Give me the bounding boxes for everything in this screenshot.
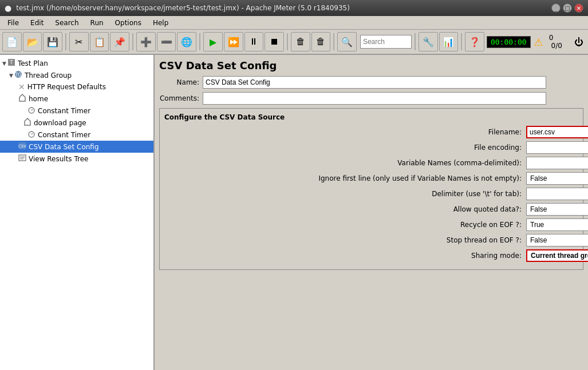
http-defaults-label: HTTP Request Defaults <box>27 83 106 91</box>
file-encoding-row: File encoding: <box>164 141 578 154</box>
close-button[interactable]: ✕ <box>574 3 583 13</box>
save-button[interactable]: 💾 <box>43 32 62 51</box>
window-title: test.jmx (/home/observer.hany/workspace/… <box>16 4 547 12</box>
stop-thread-row: Stop thread on EOF ?: False True <box>164 234 578 246</box>
collapse-button[interactable]: ➖ <box>157 32 176 51</box>
allow-quoted-label: Allow quoted data?: <box>164 205 525 213</box>
filename-row: Filename: Browse... <box>164 126 578 138</box>
separator-6 <box>415 33 416 50</box>
tree-item-test-plan[interactable]: ▼ T Test Plan <box>0 57 153 69</box>
separator-4 <box>287 33 288 50</box>
recycle-eof-select[interactable]: True False <box>526 218 588 231</box>
run-button[interactable]: ▶ <box>203 32 223 51</box>
thread-group-icon: TG <box>14 70 22 80</box>
new-button[interactable]: 📄 <box>2 32 22 51</box>
ignore-first-line-select[interactable]: False True <box>526 172 588 185</box>
tree-item-http-defaults[interactable]: ✕ HTTP Request Defaults <box>0 81 153 93</box>
filename-label: Filename: <box>164 128 525 136</box>
constant-timer-1-label: Constant Timer <box>38 107 90 115</box>
menu-file[interactable]: File <box>2 17 24 29</box>
menu-search[interactable]: Search <box>50 17 84 29</box>
comments-row: Comments: <box>159 92 583 105</box>
stop-thread-select[interactable]: False True <box>526 234 588 246</box>
clear-button[interactable]: 🗑 <box>291 32 310 51</box>
search-input[interactable] <box>363 38 409 46</box>
home-icon <box>18 94 26 104</box>
tree-item-download-page[interactable]: ▼ download page <box>0 117 153 129</box>
variable-names-input[interactable] <box>526 157 588 169</box>
help-button[interactable]: ❓ <box>465 32 484 51</box>
templates-button[interactable]: 📊 <box>439 32 459 51</box>
expand-icon[interactable]: ▼ <box>9 73 13 78</box>
delimiter-row: Delimiter (use '\t' for tab): <box>164 188 578 200</box>
file-encoding-label: File encoding: <box>164 144 525 152</box>
menu-help[interactable]: Help <box>148 17 173 29</box>
open-button[interactable]: 📂 <box>23 32 42 51</box>
minimize-button[interactable]: _ <box>551 3 561 13</box>
search-tree-button[interactable]: 🔍 <box>337 32 357 51</box>
tree-item-csv-data-set[interactable]: CSV CSV Data Set Config <box>0 141 153 153</box>
name-row: Name: <box>159 76 583 89</box>
stop-button[interactable]: ⏸ <box>244 32 264 51</box>
comments-input[interactable] <box>203 92 546 105</box>
home-label: home <box>29 95 48 103</box>
app-icon: ● <box>5 3 11 13</box>
delimiter-label: Delimiter (use '\t' for tab): <box>164 190 525 198</box>
tree-item-constant-timer-1[interactable]: Constant Timer <box>0 105 153 117</box>
warning-icon: ⚠ <box>534 36 543 48</box>
svg-text:T: T <box>9 59 13 65</box>
copy-button[interactable]: 📋 <box>90 32 109 51</box>
sharing-mode-label: Sharing mode: <box>164 252 525 260</box>
allow-quoted-select[interactable]: False True <box>526 203 588 216</box>
svg-text:CSV: CSV <box>18 144 26 149</box>
ignore-first-line-row: Ignore first line (only used if Variable… <box>164 172 578 185</box>
separator-2 <box>132 33 133 50</box>
recycle-eof-row: Recycle on EOF ?: True False <box>164 218 578 231</box>
svg-text:TG: TG <box>14 73 21 78</box>
expand-icon[interactable]: ▼ <box>2 61 6 66</box>
separator-3 <box>199 33 200 50</box>
sharing-mode-row: Sharing mode: Current thread group All t… <box>164 249 578 262</box>
recycle-eof-label: Recycle on EOF ?: <box>164 221 525 229</box>
cut-button[interactable]: ✂ <box>69 32 89 51</box>
expand-button[interactable]: ➕ <box>136 32 156 51</box>
tree-item-thread-group[interactable]: ▼ TG Thread Group <box>0 69 153 81</box>
tree-item-view-results[interactable]: View Results Tree <box>0 153 153 165</box>
sharing-mode-select[interactable]: Current thread group All threads Current… <box>526 249 588 262</box>
file-encoding-select[interactable] <box>526 141 588 154</box>
tree-item-constant-timer-2[interactable]: Constant Timer <box>0 129 153 141</box>
thread-group-label: Thread Group <box>25 71 72 79</box>
function-helper-button[interactable]: 🔧 <box>419 32 438 51</box>
view-results-label: View Results Tree <box>29 155 88 163</box>
http-defaults-icon: ✕ <box>18 82 25 91</box>
menu-edit[interactable]: Edit <box>25 17 49 29</box>
menu-run[interactable]: Run <box>85 17 109 29</box>
tree-item-home[interactable]: home <box>0 93 153 105</box>
allow-quoted-row: Allow quoted data?: False True <box>164 203 578 216</box>
results-icon <box>18 154 26 164</box>
main-layout: ▼ T Test Plan ▼ TG Thread Group ✕ HTTP R… <box>0 55 588 370</box>
separator-7 <box>461 33 462 50</box>
csv-label: CSV Data Set Config <box>29 143 99 151</box>
paste-button[interactable]: 📌 <box>110 32 129 51</box>
download-page-label: download page <box>34 119 86 127</box>
stop-all-button[interactable]: ⏹ <box>265 32 284 51</box>
right-panel: CSV Data Set Config Name: Comments: Conf… <box>155 55 588 370</box>
menu-bar: File Edit Search Run Options Help <box>0 16 588 30</box>
delimiter-input[interactable] <box>526 188 588 200</box>
separator-5 <box>333 33 334 50</box>
svg-line-6 <box>31 109 33 110</box>
clear-all-button[interactable]: 🗑 <box>311 32 331 51</box>
title-bar: ● test.jmx (/home/observer.hany/workspac… <box>0 0 588 16</box>
svg-line-9 <box>31 133 33 134</box>
left-panel: ▼ T Test Plan ▼ TG Thread Group ✕ HTTP R… <box>0 55 155 370</box>
remote-button[interactable]: 🌐 <box>177 32 196 51</box>
filename-input[interactable] <box>526 126 588 138</box>
menu-options[interactable]: Options <box>110 17 147 29</box>
run-all-button[interactable]: ⏩ <box>224 32 243 51</box>
group-title: Configure the CSV Data Source <box>164 113 578 121</box>
maximize-button[interactable]: □ <box>563 3 572 13</box>
timer-1-icon <box>27 106 35 116</box>
name-input[interactable] <box>203 76 546 89</box>
power-icon: ⏻ <box>574 37 583 47</box>
